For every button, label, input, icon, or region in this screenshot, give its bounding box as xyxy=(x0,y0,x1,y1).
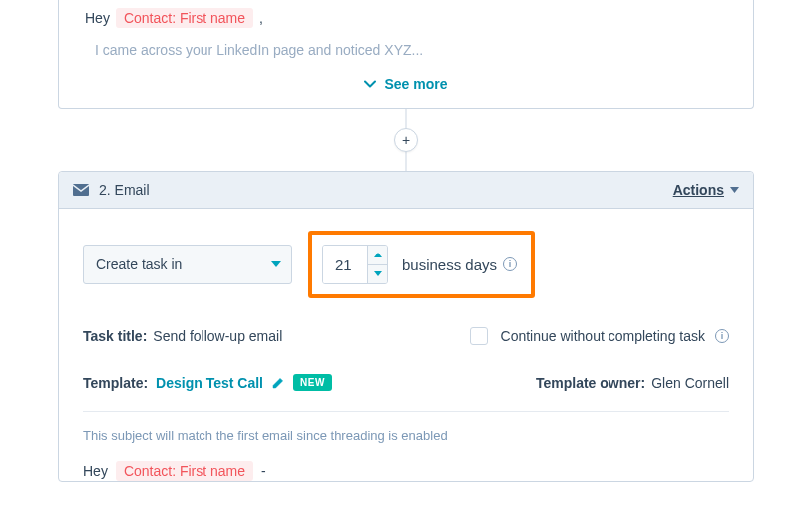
info-icon[interactable]: i xyxy=(715,329,729,343)
merge-token-contact-firstname[interactable]: Contact: First name xyxy=(116,8,253,28)
template-left: Template: Design Test Call NEW xyxy=(83,374,332,391)
comma-text: , xyxy=(259,10,263,26)
chevron-down-icon xyxy=(364,78,376,90)
threading-note: This subject will match the first email … xyxy=(83,412,729,451)
task-title-label: Task title: xyxy=(83,328,147,344)
continue-label: Continue without completing task xyxy=(501,328,705,344)
email-step-2-card: 2. Email Actions Create task in xyxy=(58,171,754,482)
quantity-stepper xyxy=(367,246,387,283)
days-input[interactable] xyxy=(323,246,367,283)
caret-down-icon xyxy=(730,187,739,193)
step-header: 2. Email Actions xyxy=(59,172,753,209)
business-days-label-wrap: business days i xyxy=(402,256,517,273)
template-owner: Template owner: Glen Cornell xyxy=(536,375,729,391)
step-down-button[interactable] xyxy=(368,265,387,284)
merge-token-contact-firstname[interactable]: Contact: First name xyxy=(116,461,253,481)
template-name-link[interactable]: Design Test Call xyxy=(156,375,263,391)
select-label: Create task in xyxy=(96,256,182,272)
email-preview-line: Hey Contact: First name - xyxy=(83,451,729,481)
svg-rect-0 xyxy=(73,184,89,196)
step-body: Create task in business days i xyxy=(59,209,753,481)
template-owner-name: Glen Cornell xyxy=(651,375,729,391)
see-more-label: See more xyxy=(384,76,447,92)
email-greeting-line: Hey Contact: First name , xyxy=(85,8,729,28)
add-step-button[interactable]: + xyxy=(394,128,418,152)
plus-icon: + xyxy=(402,132,410,148)
see-more-button[interactable]: See more xyxy=(83,58,729,92)
business-days-label: business days xyxy=(402,256,497,273)
chevron-down-icon xyxy=(374,271,382,276)
continue-checkbox[interactable] xyxy=(470,327,488,345)
email-body: Hey Contact: First name , I came across … xyxy=(83,0,729,58)
delay-row: Create task in business days i xyxy=(83,231,729,298)
new-badge: NEW xyxy=(293,374,332,391)
step-connector: + xyxy=(58,109,754,171)
task-title-row: Task title: Send follow-up email Continu… xyxy=(83,324,729,348)
task-title-left: Task title: Send follow-up email xyxy=(83,328,282,344)
actions-dropdown[interactable]: Actions xyxy=(673,182,739,198)
chevron-up-icon xyxy=(374,253,382,257)
template-label: Template: xyxy=(83,375,148,391)
create-task-in-select[interactable]: Create task in xyxy=(83,245,292,284)
caret-down-icon xyxy=(271,261,281,267)
email-step-1-card: Hey Contact: First name , I came across … xyxy=(58,0,754,109)
pencil-icon[interactable] xyxy=(271,376,285,390)
dash-text: - xyxy=(261,463,266,479)
email-body-placeholder: I came across your LinkedIn page and not… xyxy=(85,42,729,58)
info-icon[interactable]: i xyxy=(503,257,517,271)
email-icon xyxy=(73,184,89,196)
actions-label: Actions xyxy=(673,182,724,198)
delay-highlight: business days i xyxy=(308,231,535,298)
template-row: Template: Design Test Call NEW Template … xyxy=(83,374,729,391)
step-title: 2. Email xyxy=(99,182,150,198)
continue-checkbox-row: Continue without completing task i xyxy=(466,324,729,348)
step-up-button[interactable] xyxy=(368,246,387,265)
greeting-text: Hey xyxy=(83,463,108,479)
step-header-left: 2. Email xyxy=(73,182,150,198)
template-owner-label: Template owner: xyxy=(536,375,645,391)
days-input-wrap xyxy=(322,245,388,284)
task-title-value: Send follow-up email xyxy=(153,328,282,344)
greeting-text: Hey xyxy=(85,10,110,26)
